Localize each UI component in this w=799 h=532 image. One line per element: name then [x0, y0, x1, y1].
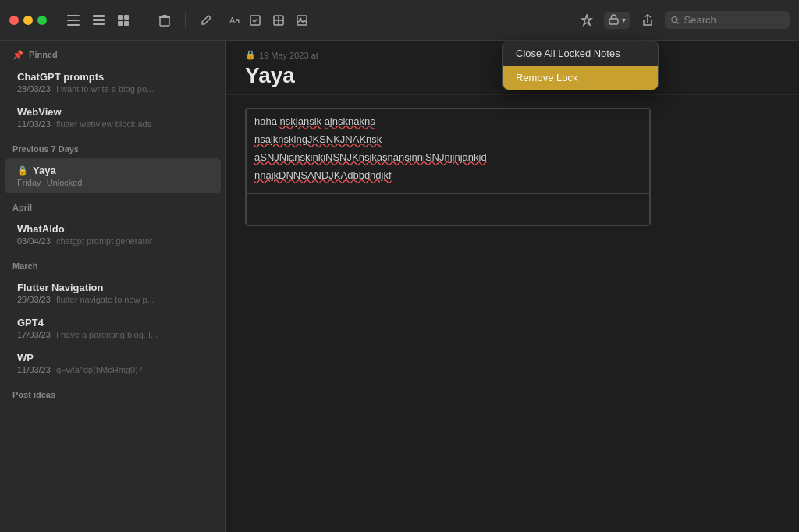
table-cell-content: haha nskjansik ajnsknakns nsajknskingJKS…	[247, 109, 495, 194]
svg-point-22	[672, 16, 677, 22]
note-text-line1: haha nskjansik ajnsknakns	[254, 115, 487, 127]
march-section-label: March	[0, 252, 225, 275]
search-input[interactable]	[684, 14, 783, 26]
chevron-down-icon: ▾	[622, 16, 626, 24]
svg-rect-3	[93, 15, 105, 17]
sidebar-item-meta: 11/03/23 qFw!a^dp(hMcHmg0)7	[17, 365, 208, 374]
table-cell-empty	[495, 109, 649, 194]
toolbar-separator	[144, 12, 144, 28]
post-ideas-section-label: Post ideas	[0, 381, 225, 404]
svg-rect-1	[67, 20, 80, 21]
dropdown-menu: Close All Locked Notes Remove Lock	[502, 41, 659, 90]
svg-line-23	[677, 22, 679, 23]
table-icon[interactable]	[268, 9, 289, 31]
grid-view-icon[interactable]	[112, 9, 134, 31]
table-row: haha nskjansik ajnsknakns nsajknskingJKS…	[247, 109, 650, 194]
svg-rect-7	[124, 15, 129, 20]
sidebar-item-meta: 28/03/23 I want to write a blog po...	[17, 84, 208, 94]
sidebar-item-title: GPT4	[17, 317, 208, 328]
toolbar-icons	[62, 9, 134, 31]
table-row-2	[247, 194, 650, 225]
note-body: haha nskjansik ajnsknakns nsajknskingJKS…	[226, 95, 799, 532]
sidebar-item-title: Flutter Navigation	[17, 282, 208, 293]
sidebar-item-flutter-navigation[interactable]: Flutter Navigation 29/03/23 flutter navi…	[5, 275, 221, 310]
toolbar-right: ▾	[576, 9, 790, 31]
sidebar-item-yaya[interactable]: 🔒 Yaya Friday Unlocked	[5, 158, 221, 193]
table-cell-empty-3	[495, 194, 649, 225]
sidebar-item-meta: Friday Unlocked	[17, 178, 208, 187]
svg-rect-0	[67, 15, 80, 16]
sidebar-item-wp[interactable]: WP 11/03/23 qFw!a^dp(hMcHmg0)7	[5, 346, 221, 381]
sidebar-item-gpt4[interactable]: GPT4 17/03/23 I have a parenting blog. I…	[5, 310, 221, 346]
sidebar-item-meta: 03/04/23 chatgpt prompt generator	[17, 236, 208, 246]
trash-icon[interactable]	[154, 9, 176, 31]
note-text-line2: nsajknskingJKSNKJNAKnsk	[254, 133, 487, 145]
checklist-icon[interactable]	[244, 9, 266, 31]
svg-point-20	[300, 17, 302, 20]
minimize-button[interactable]	[23, 16, 33, 25]
image-icon[interactable]	[291, 9, 313, 31]
close-button[interactable]	[9, 16, 19, 25]
remove-lock-item[interactable]: Remove Lock	[503, 66, 658, 90]
titlebar: Aa	[0, 0, 799, 41]
note-table: haha nskjansik ajnsknakns nsajknskingJKS…	[245, 108, 651, 226]
svg-rect-19	[297, 16, 307, 25]
svg-rect-4	[93, 19, 105, 21]
sidebar-item-title: ChatGPT prompts	[17, 71, 208, 83]
note-text-line3: aSNJNianskinkiNSNJKnsikasnansinniSNJnjin…	[254, 151, 487, 163]
sidebar-item-whataldo[interactable]: WhatAldo 03/04/23 chatgpt prompt generat…	[5, 217, 221, 252]
sidebar-item-title: WebView	[17, 106, 208, 118]
main-layout: 📌 Pinned ChatGPT prompts 28/03/23 I want…	[0, 41, 799, 532]
share-button[interactable]	[637, 9, 659, 31]
svg-rect-11	[162, 15, 167, 16]
sidebar-item-chatgpt-prompts[interactable]: ChatGPT prompts 28/03/23 I want to write…	[5, 65, 221, 100]
svg-rect-12	[159, 16, 170, 18]
sidebar-item-title: WP	[17, 352, 208, 364]
note-text-line4: nnajkDNNSANDJKAdbbdndjkf	[254, 169, 487, 181]
april-section-label: April	[0, 193, 225, 217]
sidebar-item-webview[interactable]: WebView 11/03/23 flutter webview block a…	[5, 100, 221, 135]
sidebar: 📌 Pinned ChatGPT prompts 28/03/23 I want…	[0, 41, 226, 532]
ai-icon[interactable]	[576, 9, 598, 31]
pinned-section-label: 📌 Pinned	[0, 41, 225, 65]
sidebar-item-meta: 29/03/23 flutter navigate to new p...	[17, 295, 208, 304]
maximize-button[interactable]	[37, 16, 47, 25]
sidebar-item-meta: 17/03/23 I have a parenting blog. I...	[17, 330, 208, 339]
svg-line-15	[254, 19, 257, 22]
note-content: 🔒 19 May 2023 at Yaya haha nskjansik ajn…	[226, 41, 799, 532]
previous-section-label: Previous 7 Days	[0, 135, 225, 158]
list-view-icon[interactable]	[87, 9, 109, 31]
sidebar-item-meta: 11/03/23 flutter webview block ads	[17, 119, 208, 129]
table-cell-empty-2	[247, 194, 495, 225]
search-box[interactable]	[665, 11, 790, 29]
compose-icon[interactable]	[195, 9, 217, 31]
svg-rect-5	[93, 23, 105, 25]
search-icon	[671, 16, 680, 25]
svg-rect-21	[609, 19, 618, 24]
traffic-lights	[9, 16, 47, 25]
sidebar-item-title: WhatAldo	[17, 223, 208, 235]
svg-rect-2	[67, 24, 80, 26]
svg-rect-9	[124, 21, 129, 26]
svg-rect-6	[118, 15, 123, 20]
toolbar-separator-2	[185, 12, 186, 28]
font-icon[interactable]: Aa	[226, 9, 243, 31]
lock-icon	[609, 13, 619, 27]
lock-button-group[interactable]: ▾	[604, 12, 630, 29]
close-all-locked-notes-item[interactable]: Close All Locked Notes	[503, 41, 658, 66]
sidebar-item-title: 🔒 Yaya	[17, 165, 208, 176]
sidebar-toggle-icon[interactable]	[62, 9, 84, 31]
svg-rect-8	[118, 21, 123, 26]
